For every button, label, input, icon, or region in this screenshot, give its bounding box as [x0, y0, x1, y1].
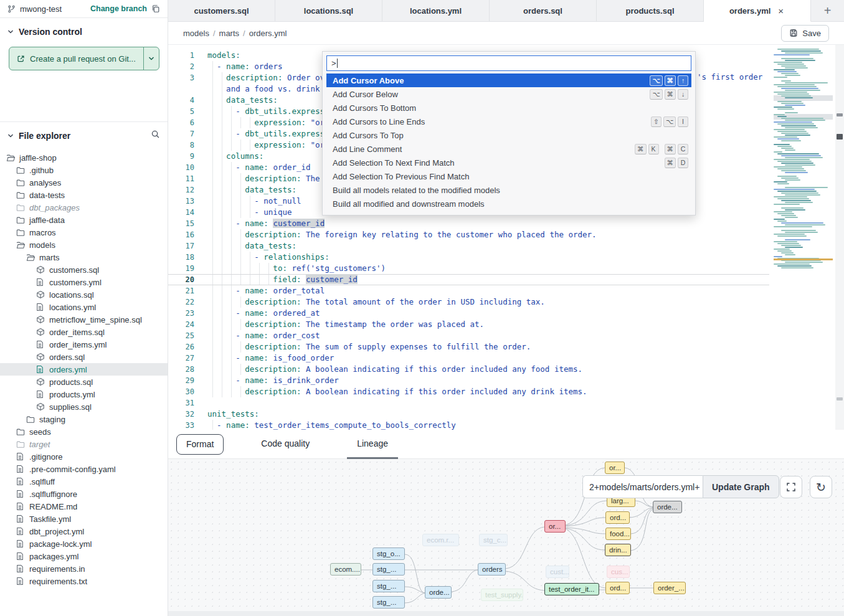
- file-products-yml[interactable]: products.yml: [0, 388, 168, 400]
- folder-jaffle-data[interactable]: jaffle-data: [0, 214, 168, 226]
- folder-github[interactable]: .github: [0, 164, 168, 176]
- folder-data-tests[interactable]: data-tests: [0, 189, 168, 201]
- folder-macros[interactable]: macros: [0, 226, 168, 239]
- palette-item-add-cursors-to-line-ends[interactable]: Add Cursors to Line Ends⇧⌥I: [326, 115, 691, 128]
- lineage-node-or[interactable]: or...: [544, 520, 566, 533]
- new-tab-button[interactable]: +: [811, 0, 844, 21]
- file-gitignore[interactable]: .gitignore: [0, 450, 168, 463]
- editor-tabbar: customers.sqllocations.sqllocations.ymlo…: [168, 0, 844, 22]
- lineage-hscrollbar[interactable]: [168, 611, 844, 616]
- tab-locations-sql[interactable]: locations.sql: [275, 0, 382, 21]
- panel-tab-code-quality[interactable]: Code quality: [251, 430, 320, 459]
- indent-guide: [222, 83, 222, 95]
- file-order-items-sql[interactable]: order_items.sql: [0, 326, 168, 338]
- code-editor[interactable]: 1models:2 - name: orders3 description: O…: [168, 45, 844, 430]
- pr-dropdown-caret[interactable]: [144, 47, 159, 70]
- lineage-node-stg-c[interactable]: stg_c...: [479, 534, 508, 546]
- lineage-node-ord[interactable]: ord...: [605, 511, 630, 524]
- lineage-node-cust[interactable]: cust...: [546, 566, 569, 578]
- file-pre-commit-config-yaml[interactable]: .pre-commit-config.yaml: [0, 463, 168, 475]
- file-taskfile-yml[interactable]: Taskfile.yml: [0, 513, 168, 525]
- folder-dbt-packages[interactable]: dbt_packages: [0, 201, 168, 214]
- command-palette-input[interactable]: >: [326, 55, 691, 71]
- lineage-node-drin[interactable]: drin...: [605, 544, 631, 556]
- file-locations-sql[interactable]: locations.sql: [0, 288, 168, 301]
- tab-products-sql[interactable]: products.sql: [597, 0, 704, 21]
- update-graph-button[interactable]: Update Graph: [703, 475, 779, 498]
- panel-tab-lineage[interactable]: Lineage: [347, 430, 398, 459]
- file-orders-sql[interactable]: orders.sql: [0, 351, 168, 363]
- lineage-node-or[interactable]: or...: [605, 462, 625, 474]
- lineage-node-cus[interactable]: cus...: [607, 566, 630, 578]
- file-order-items-yml[interactable]: order_items.yml: [0, 338, 168, 351]
- tab-orders-sql[interactable]: orders.sql: [490, 0, 597, 21]
- format-button[interactable]: Format: [176, 434, 224, 455]
- palette-item-add-cursors-to-top[interactable]: Add Cursors To Top: [326, 128, 691, 142]
- palette-item-add-selection-to-next-find-match[interactable]: Add Selection To Next Find Match⌘D: [326, 156, 691, 169]
- minimap-line: [777, 235, 807, 237]
- lineage-node-stg[interactable]: stg_...: [372, 580, 405, 592]
- palette-item-add-cursor-above[interactable]: Add Cursor Above⌥⌘↑: [326, 73, 691, 87]
- folder-staging[interactable]: staging: [0, 413, 168, 425]
- palette-item-add-selection-to-previous-find-match[interactable]: Add Selection To Previous Find Match: [326, 169, 691, 183]
- file-dbt-project-yml[interactable]: dbt_project.yml: [0, 525, 168, 538]
- lineage-canvas[interactable]: ecom....stg_o...stg_...stg_...stg_...ord…: [168, 459, 844, 616]
- file-supplies-sql[interactable]: supplies.sql: [0, 400, 168, 413]
- lineage-node-orde[interactable]: orde...: [653, 501, 682, 513]
- file-packages-yml[interactable]: packages.yml: [0, 550, 168, 562]
- tab-orders-yml[interactable]: orders.yml×: [704, 0, 811, 22]
- save-button[interactable]: Save: [781, 25, 829, 42]
- palette-item-add-line-comment[interactable]: Add Line Comment⌘K⌘C: [326, 142, 691, 156]
- file-customers-yml[interactable]: customers.yml: [0, 276, 168, 288]
- file-customers-sql[interactable]: customers.sql: [0, 263, 168, 276]
- create-pr-button[interactable]: Create a pull request on Git...: [9, 47, 159, 70]
- lineage-node-ord[interactable]: ord...: [605, 582, 630, 594]
- folder-marts[interactable]: marts: [0, 251, 168, 263]
- file-sqlfluffignore[interactable]: .sqlfluffignore: [0, 488, 168, 500]
- version-control-header[interactable]: Version control: [0, 18, 168, 43]
- lineage-node-test-supply[interactable]: test_supply...: [481, 589, 523, 601]
- file-locations-yml[interactable]: locations.yml: [0, 301, 168, 313]
- lineage-node-test-order-it[interactable]: test_order_it...: [544, 583, 599, 595]
- file-explorer-header[interactable]: File explorer: [0, 122, 168, 148]
- lineage-node-orders[interactable]: orders: [478, 563, 506, 576]
- minimap[interactable]: [774, 47, 833, 321]
- lineage-node-food[interactable]: food...: [605, 528, 631, 540]
- editor-scrollbar[interactable]: [835, 45, 844, 430]
- search-icon[interactable]: [151, 130, 160, 141]
- minimap-marker: [774, 258, 833, 260]
- file-package-lock-yml[interactable]: package-lock.yml: [0, 538, 168, 550]
- tab-customers-sql[interactable]: customers.sql: [168, 0, 275, 21]
- file-sqlfluff[interactable]: .sqlfluff: [0, 475, 168, 488]
- lineage-filter-input[interactable]: 2+models/marts/orders.yml+: [582, 475, 703, 498]
- palette-item-build-all-modified-and-downstream-models[interactable]: Build all modified and downstream models: [326, 197, 691, 211]
- folder-seeds[interactable]: seeds: [0, 425, 168, 438]
- lineage-node-stg[interactable]: stg_...: [372, 563, 405, 576]
- file-metricflow-time-spine-sql[interactable]: metricflow_time_spine.sql: [0, 313, 168, 326]
- change-branch-link[interactable]: Change branch: [90, 4, 147, 13]
- file-products-sql[interactable]: products.sql: [0, 376, 168, 388]
- palette-item-add-cursors-to-bottom[interactable]: Add Cursors To Bottom: [326, 101, 691, 115]
- copy-icon[interactable]: [151, 4, 160, 13]
- lineage-node-stg-o[interactable]: stg_o...: [372, 547, 405, 560]
- close-tab-icon[interactable]: ×: [777, 6, 785, 16]
- refresh-button[interactable]: ↻: [810, 476, 832, 498]
- folder-target[interactable]: target: [0, 438, 168, 450]
- fullscreen-button[interactable]: [780, 476, 802, 498]
- file-readme-md[interactable]: README.md: [0, 500, 168, 513]
- lineage-node-ecom[interactable]: ecom....: [330, 563, 361, 576]
- folder-jaffle-shop[interactable]: jaffle-shop: [0, 151, 168, 164]
- minimap-line: [785, 172, 808, 173]
- tab-locations-yml[interactable]: locations.yml: [382, 0, 490, 21]
- lineage-node-ecom-r[interactable]: ecom.r...: [422, 534, 459, 546]
- folder-models[interactable]: models: [0, 239, 168, 251]
- palette-item-build-all-models-related-to-the-modified-models[interactable]: Build all models related to the modified…: [326, 183, 691, 197]
- lineage-node-stg[interactable]: stg_...: [372, 596, 405, 609]
- file-requirements-txt[interactable]: requirements.txt: [0, 575, 168, 587]
- file-orders-yml[interactable]: orders.yml: [0, 363, 168, 376]
- lineage-node-order[interactable]: order_...: [653, 582, 686, 594]
- folder-analyses[interactable]: analyses: [0, 176, 168, 189]
- palette-item-add-cursor-below[interactable]: Add Cursor Below⌥⌘↓: [326, 87, 691, 101]
- lineage-node-orde[interactable]: orde...: [425, 586, 452, 599]
- file-requirements-in[interactable]: requirements.in: [0, 562, 168, 575]
